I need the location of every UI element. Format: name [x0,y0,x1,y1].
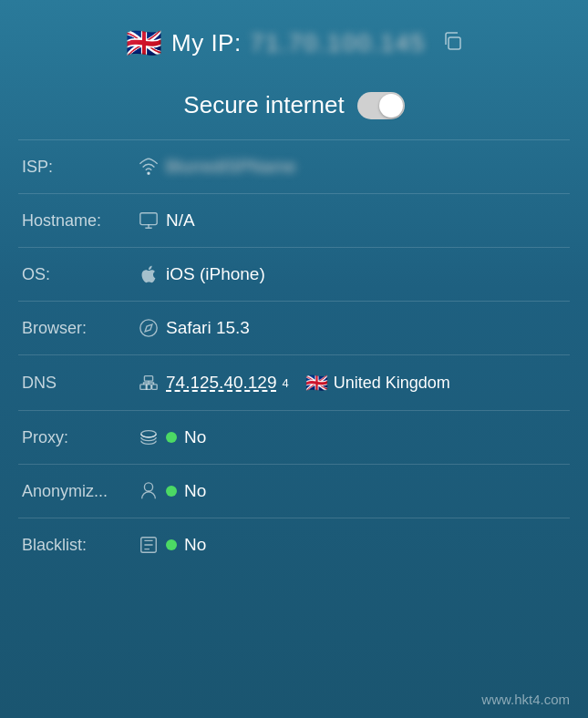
isp-value: BlurredISPName [166,157,566,177]
anonymizer-row: Anonymiz... No [0,465,588,518]
svg-rect-6 [152,385,158,390]
svg-point-1 [148,172,150,174]
secure-internet-section: Secure internet [0,78,588,139]
proxy-label: Proxy: [22,428,131,447]
svg-rect-0 [449,37,460,49]
svg-point-3 [140,320,157,336]
secure-internet-toggle[interactable] [357,92,405,119]
my-ip-label: My IP: [171,29,242,57]
dns-row: DNS 74.125.40.1294 🇬🇧 United Kingdom [0,355,588,410]
dns-icon [131,373,166,393]
isp-label: ISP: [22,158,131,177]
dns-superscript: 4 [283,376,289,390]
proxy-status-dot [166,432,177,443]
browser-label: Browser: [22,319,131,338]
header-section: 🇬🇧 My IP: 71.70.100.145 [0,0,588,78]
anonymizer-value: No [166,481,206,501]
dns-country-container: 🇬🇧 United Kingdom [305,372,450,394]
uk-flag-header: 🇬🇧 [126,26,162,60]
isp-row: ISP: BlurredISPName [0,140,588,193]
blacklist-icon [131,535,166,555]
blacklist-value: No [166,535,206,555]
proxy-value: No [166,427,206,447]
browser-value: Safari 15.3 [166,318,566,338]
hostname-value: N/A [166,210,566,231]
anon-status-dot [166,486,177,497]
blacklist-label: Blacklist: [22,536,131,555]
anon-icon [131,481,166,501]
dns-value-container: 74.125.40.1294 🇬🇧 United Kingdom [166,372,566,394]
wifi-icon [131,157,166,177]
secure-internet-label: Secure internet [183,91,344,119]
ip-address-value: 71.70.100.145 [251,29,426,57]
copy-button[interactable] [442,31,462,55]
watermark: www.hkt4.com [481,692,570,707]
proxy-icon [131,427,166,447]
blacklist-value-text: No [184,535,206,555]
apple-icon [131,264,166,284]
proxy-row: Proxy: No [0,411,588,464]
dns-uk-flag: 🇬🇧 [305,372,328,394]
dns-ip-value: 74.125.40.129 [166,373,277,393]
os-label: OS: [22,265,131,284]
os-value: iOS (iPhone) [166,264,566,284]
os-row: OS: iOS (iPhone) [0,248,588,301]
compass-icon [131,318,166,338]
proxy-value-text: No [184,427,206,447]
hostname-row: Hostname: N/A [0,194,588,247]
anonymizer-label: Anonymiz... [22,482,131,501]
svg-rect-7 [144,376,152,382]
hostname-label: Hostname: [22,211,131,231]
monitor-icon [131,210,166,231]
blacklist-row: Blacklist: No [0,518,588,571]
dns-country-name: United Kingdom [334,374,450,393]
svg-rect-2 [140,213,157,225]
blacklist-status-dot [166,539,177,550]
dns-label: DNS [22,374,131,393]
anonymizer-value-text: No [184,481,206,501]
browser-row: Browser: Safari 15.3 [0,302,588,354]
